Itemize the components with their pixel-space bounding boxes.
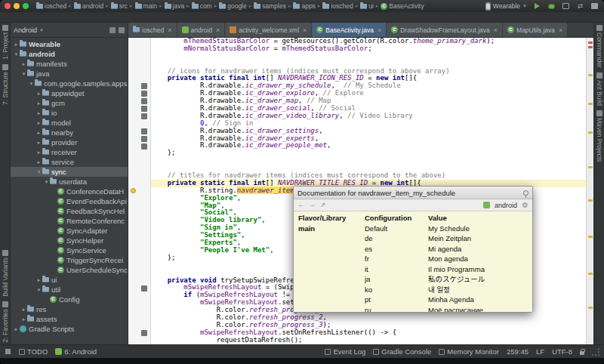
- tree-item-userdata[interactable]: ▾userdata: [11, 177, 128, 187]
- project-view-selector[interactable]: Android ▼: [11, 23, 128, 37]
- close-icon[interactable]: ×: [168, 26, 171, 34]
- lock-icon[interactable]: [580, 351, 584, 355]
- chevron-down-icon[interactable]: ▾: [43, 179, 50, 185]
- debug-button[interactable]: [547, 2, 556, 11]
- tree-item-gcm[interactable]: ▸gcm: [11, 98, 128, 108]
- analysis-mark-red[interactable]: [588, 42, 593, 44]
- analysis-mark-yellow[interactable]: [588, 166, 593, 168]
- tree-item-remoteconferenc[interactable]: CRemoteConferenc: [11, 216, 128, 226]
- close-icon[interactable]: ×: [494, 26, 498, 34]
- tree-item-manifests[interactable]: ▸manifests: [11, 59, 128, 69]
- tree-item-com-google-samples-apps[interactable]: ▾com.google.samples.apps.: [11, 79, 128, 88]
- tool-window-button-ant-build[interactable]: Ant Build: [595, 70, 604, 108]
- tree-item-syncservice[interactable]: CSyncService: [11, 245, 128, 255]
- editor-tab-activity-welcome-xml[interactable]: activity_welcome.xml×: [225, 23, 312, 37]
- close-window-button[interactable]: [5, 3, 11, 9]
- statusbar-toggle-memory-monitor[interactable]: Memory Monitor: [439, 347, 499, 356]
- chevron-right-icon[interactable]: ▸: [13, 326, 20, 332]
- chevron-right-icon[interactable]: ▸: [35, 100, 42, 106]
- editor-tab-maputils-java[interactable]: CMapUtils.java×: [503, 23, 568, 37]
- tool-window-button-commander[interactable]: Commander: [595, 23, 604, 70]
- run-button[interactable]: [532, 2, 542, 11]
- tree-item-service[interactable]: ▸service: [11, 157, 128, 167]
- sync-project-button[interactable]: ⇄: [575, 2, 585, 11]
- breadcrumb-item-com[interactable]: com: [192, 2, 212, 10]
- tree-item-java[interactable]: ▾java: [11, 69, 128, 79]
- statusbar-todo-button[interactable]: TODO: [19, 347, 48, 356]
- back-icon[interactable]: ←: [297, 202, 304, 208]
- settings-gear-icon[interactable]: ⚙: [522, 202, 528, 209]
- chevron-right-icon[interactable]: ▸: [35, 130, 42, 136]
- breadcrumb-item-android[interactable]: android: [74, 2, 103, 10]
- tree-item-appwidget[interactable]: ▸appwidget: [11, 88, 128, 98]
- tree-item-receiver[interactable]: ▸receiver: [11, 147, 128, 157]
- line-separator-indicator[interactable]: LF: [536, 347, 544, 356]
- tree-item-io[interactable]: ▸io: [11, 108, 128, 118]
- chevron-right-icon[interactable]: ▸: [35, 91, 42, 97]
- collapse-all-icon[interactable]: [109, 27, 116, 33]
- analysis-mark-yellow[interactable]: [588, 131, 593, 134]
- close-icon[interactable]: ×: [378, 26, 381, 34]
- chevron-right-icon[interactable]: ▸: [35, 110, 42, 116]
- encoding-indicator[interactable]: UTF-8: [552, 347, 572, 356]
- editor-tab-baseactivity-java[interactable]: CBaseActivity.java×: [312, 23, 387, 37]
- statusbar-android-button[interactable]: 6: Android: [55, 347, 97, 356]
- chevron-right-icon[interactable]: ▸: [35, 140, 42, 146]
- analysis-mark-red[interactable]: [588, 46, 593, 48]
- sdk-manager-button[interactable]: [590, 2, 599, 11]
- edit-source-icon[interactable]: ↗: [320, 202, 326, 208]
- settings-gear-icon[interactable]: [119, 27, 125, 33]
- editor-tab-drawshadowframelayout-java[interactable]: CDrawShadowFrameLayout.java×: [387, 23, 503, 37]
- tree-item-model[interactable]: ▸model: [11, 118, 128, 128]
- analysis-mark-yellow[interactable]: [588, 103, 593, 105]
- breadcrumb-item-java[interactable]: java: [165, 2, 185, 10]
- pin-icon[interactable]: [523, 190, 528, 196]
- breadcrumb-item-google[interactable]: google: [219, 2, 247, 10]
- chevron-right-icon[interactable]: ▸: [20, 316, 27, 322]
- close-icon[interactable]: ×: [216, 26, 220, 34]
- tree-item-gradle-scripts[interactable]: ▸Gradle Scripts: [11, 324, 128, 334]
- tree-item-util[interactable]: ▾util: [11, 285, 128, 295]
- tree-item-syncadapter[interactable]: CSyncAdapter: [11, 226, 128, 236]
- tool-window-button-maven-projects[interactable]: Maven Projects: [595, 108, 604, 165]
- tree-item-userschedulesync[interactable]: CUserScheduleSync: [11, 265, 128, 275]
- tree-item-synchelper[interactable]: CSyncHelper: [11, 236, 128, 245]
- tree-item-eventfeedbackapi[interactable]: CEventFeedbackApi: [11, 196, 128, 206]
- tool-window-button-build-variants[interactable]: Build Variants: [1, 248, 10, 299]
- tool-window-button-7-structure[interactable]: 7: Structure: [1, 62, 10, 107]
- analysis-mark-yellow[interactable]: [588, 273, 593, 275]
- chevron-right-icon[interactable]: ▸: [35, 277, 42, 283]
- close-icon[interactable]: ×: [303, 26, 307, 34]
- breadcrumb-item-src[interactable]: src: [111, 2, 128, 10]
- tool-window-switcher-icon[interactable]: [5, 348, 11, 355]
- analysis-mark-yellow[interactable]: [588, 236, 593, 238]
- breadcrumb-item-ui[interactable]: ui: [360, 2, 374, 10]
- tree-item-ui[interactable]: ▸ui: [11, 275, 128, 285]
- forward-icon[interactable]: →: [309, 202, 316, 208]
- breadcrumb-item-samples[interactable]: samples: [254, 2, 286, 10]
- chevron-right-icon[interactable]: ▸: [35, 159, 42, 165]
- statusbar-toggle-gradle-console[interactable]: Gradle Console: [373, 347, 431, 356]
- chevron-down-icon[interactable]: ▾: [35, 287, 42, 293]
- close-icon[interactable]: ×: [559, 26, 562, 34]
- tree-item-triggersyncrecei[interactable]: CTriggerSyncRecei: [11, 255, 128, 265]
- tree-item-nearby[interactable]: ▸nearby: [11, 128, 128, 137]
- breadcrumb-item-apps[interactable]: apps: [293, 2, 315, 10]
- tree-item-assets[interactable]: ▸assets: [11, 314, 128, 324]
- chevron-right-icon[interactable]: ▸: [20, 307, 27, 313]
- tree-item-feedbacksynchel[interactable]: CFeedbackSyncHel: [11, 206, 128, 216]
- documentation-popup-header[interactable]: Documentation for navdrawer_item_my_sche…: [294, 187, 532, 199]
- analysis-mark-yellow[interactable]: [588, 199, 593, 202]
- chevron-right-icon[interactable]: ▸: [13, 42, 20, 48]
- chevron-down-icon[interactable]: ▾: [20, 71, 27, 77]
- chevron-down-icon[interactable]: ▾: [13, 51, 20, 57]
- intention-bulb-icon[interactable]: [131, 188, 136, 193]
- breadcrumb-item-iosched[interactable]: iosched: [36, 2, 66, 10]
- tool-window-button-2-favorites[interactable]: 2: Favorites: [1, 299, 10, 344]
- chevron-right-icon[interactable]: ▸: [35, 150, 42, 156]
- breadcrumb-item-baseactivity[interactable]: CBaseActivity: [381, 2, 424, 10]
- tree-item-sync[interactable]: ▾sync: [11, 167, 128, 177]
- tree-item-android[interactable]: ▾android: [11, 49, 128, 59]
- tree-item-provider[interactable]: ▸provider: [11, 137, 128, 147]
- statusbar-toggle-event-log[interactable]: Event Log: [325, 347, 365, 356]
